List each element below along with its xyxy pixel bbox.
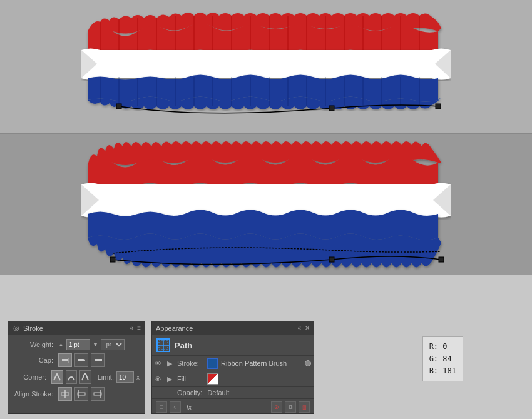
- stroke-panel-body: Weight: ▲ ▼ pt Cap:: [8, 335, 145, 408]
- corner-miter-button[interactable]: [51, 370, 63, 384]
- color-tooltip: R: 0 G: 84 B: 181: [422, 336, 463, 381]
- panels-row: ◎ Stroke « ≡ Weight: ▲ ▼ pt Cap:: [0, 316, 532, 419]
- limit-input[interactable]: [116, 371, 134, 383]
- svg-rect-9: [95, 359, 101, 361]
- stroke-weight-row: Weight: ▲ ▼ pt: [13, 339, 140, 350]
- stroke-brush-name[interactable]: Ribbon Pattern Brush: [221, 360, 302, 367]
- fill-swatch[interactable]: [207, 373, 218, 385]
- opacity-label: Opacity:: [177, 389, 202, 396]
- svg-rect-3: [110, 257, 115, 262]
- svg-rect-7: [68, 358, 69, 363]
- fx-badge[interactable]: fx: [183, 401, 195, 413]
- svg-rect-8: [78, 359, 83, 361]
- align-center-button[interactable]: [58, 387, 72, 401]
- stroke-cap-row: Cap:: [13, 353, 140, 367]
- ribbon-artwork-bottom: [81, 138, 451, 272]
- corner-round-button[interactable]: [66, 370, 78, 384]
- limit-label: Limit:: [98, 373, 114, 381]
- app-stroke-label: Stroke:: [177, 360, 205, 367]
- appearance-path-label: Path: [175, 341, 192, 350]
- stroke-swatch[interactable]: [207, 358, 218, 369]
- stroke-panel-title-group: ◎ Stroke: [12, 324, 43, 333]
- appearance-panel-controls: « ✕: [297, 325, 310, 331]
- cap-butt-button[interactable]: [58, 353, 72, 367]
- app-fill-label: Fill:: [177, 375, 205, 383]
- fill-expand-icon[interactable]: ▶: [167, 375, 175, 383]
- stroke-panel: ◎ Stroke « ≡ Weight: ▲ ▼ pt Cap:: [8, 321, 145, 414]
- align-inside-button[interactable]: [74, 387, 88, 401]
- appearance-opacity-row: Opacity: Default: [152, 387, 314, 399]
- stroke-panel-titlebar: ◎ Stroke « ≡: [8, 321, 145, 335]
- weight-unit-select[interactable]: pt: [101, 339, 125, 350]
- weight-label: Weight:: [13, 341, 56, 348]
- weight-spinner-down[interactable]: ▼: [93, 341, 98, 348]
- cap-label: Cap:: [13, 356, 56, 364]
- canvas-bottom: [0, 134, 532, 275]
- opacity-value: Default: [207, 389, 229, 396]
- svg-rect-5: [439, 257, 444, 262]
- svg-rect-4: [329, 257, 334, 262]
- stroke-corner-row: Corner: Limit: x: [13, 370, 140, 384]
- appearance-panel-close[interactable]: ✕: [305, 325, 310, 331]
- appearance-square-icon[interactable]: □: [156, 401, 167, 413]
- stroke-visibility-icon[interactable]: 👁: [155, 360, 165, 367]
- corner-bevel-button[interactable]: [79, 370, 91, 384]
- color-g: G: 84: [429, 353, 456, 365]
- color-r: R: 0: [429, 341, 456, 353]
- limit-x: x: [136, 374, 140, 381]
- appearance-stroke-row[interactable]: 👁 ▶ Stroke: Ribbon Pattern Brush: [152, 356, 314, 371]
- weight-spinner-up[interactable]: ▲: [58, 341, 64, 348]
- stroke-panel-menu[interactable]: ≡: [137, 325, 141, 331]
- appearance-action-icons: ⊘ ⧉ 🗑: [271, 401, 310, 413]
- stroke-panel-controls: « ≡: [130, 325, 141, 331]
- svg-rect-0: [116, 104, 121, 109]
- stroke-panel-collapse[interactable]: «: [130, 325, 134, 331]
- weight-input[interactable]: [66, 339, 90, 350]
- appearance-panel-collapse[interactable]: «: [297, 325, 301, 331]
- appearance-duplicate-icon[interactable]: ⧉: [285, 401, 296, 413]
- stroke-expand-icon[interactable]: ▶: [167, 360, 175, 368]
- stroke-align-row: Align Stroke:: [13, 387, 140, 401]
- appearance-panel-titlebar: Appearance « ✕: [152, 321, 314, 335]
- align-outside-button[interactable]: [91, 387, 105, 401]
- canvas-top: [0, 0, 532, 134]
- ribbon-artwork-top: [81, 9, 451, 125]
- cap-projecting-button[interactable]: [91, 353, 105, 367]
- svg-rect-1: [329, 106, 334, 111]
- appearance-panel: Appearance « ✕ Path 👁 ▶: [151, 321, 314, 414]
- svg-rect-10: [101, 359, 102, 361]
- stroke-panel-title: Stroke: [23, 325, 43, 332]
- appearance-delete-icon[interactable]: 🗑: [299, 401, 310, 413]
- appearance-no-icon[interactable]: ⊘: [271, 401, 282, 413]
- appearance-panel-title-group: Appearance: [156, 325, 193, 332]
- path-icon: [156, 338, 171, 353]
- svg-rect-2: [436, 104, 441, 109]
- color-b: B: 181: [429, 365, 456, 377]
- appearance-bottom-icons: □ ○ fx: [156, 401, 195, 413]
- cap-round-button[interactable]: [74, 353, 88, 367]
- appearance-toolbar: □ ○ fx ⊘ ⧉ 🗑: [152, 399, 314, 415]
- svg-rect-6: [62, 359, 68, 361]
- appearance-panel-title: Appearance: [156, 325, 193, 332]
- align-label: Align Stroke:: [13, 390, 56, 398]
- corner-label: Corner:: [13, 373, 49, 381]
- appearance-path-row: Path: [152, 335, 314, 356]
- fill-visibility-icon[interactable]: 👁: [155, 375, 165, 383]
- stroke-circle-indicator: [305, 360, 311, 366]
- appearance-circle-icon[interactable]: ○: [170, 401, 181, 413]
- appearance-fill-row[interactable]: 👁 ▶ Fill:: [152, 371, 314, 387]
- stroke-panel-icon: ◎: [12, 324, 21, 333]
